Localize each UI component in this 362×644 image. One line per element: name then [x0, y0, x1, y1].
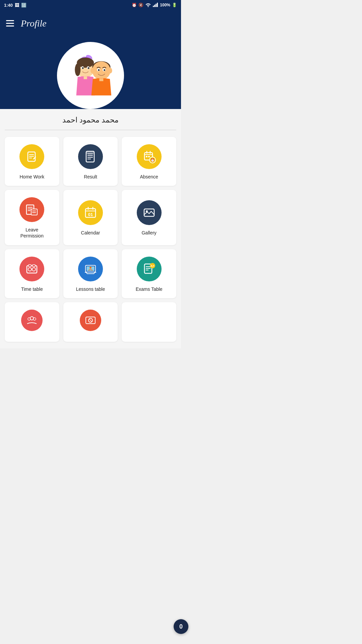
calendar-card[interactable]: 01 Calendar [63, 190, 118, 245]
partial-card-1[interactable] [5, 302, 59, 342]
absence-icon-circle: ⏰ [137, 144, 162, 169]
svg-rect-40 [148, 156, 150, 157]
signal-icon [153, 2, 158, 8]
timetable-icon-circle [19, 257, 44, 281]
time-display: 1:40 [4, 3, 13, 8]
page-title: Profile [21, 18, 47, 29]
exams-card[interactable]: A+ Exams Table [122, 249, 176, 298]
top-section [0, 32, 181, 109]
svg-point-13 [88, 67, 89, 69]
app-header: Profile [0, 10, 181, 32]
homework-icon-circle [19, 144, 44, 169]
leave-permission-label: LeavePermission [20, 227, 44, 239]
partial-icon-2 [80, 310, 101, 331]
svg-rect-39 [146, 156, 147, 157]
timetable-card[interactable]: Time table [5, 249, 59, 298]
lessons-card[interactable]: Lessons table [63, 249, 118, 298]
svg-rect-23 [99, 78, 103, 82]
svg-rect-2 [156, 4, 157, 7]
menu-button[interactable] [6, 20, 14, 26]
gallery-label: Gallery [141, 230, 156, 236]
result-label: Result [84, 174, 97, 180]
status-bar: 1:40 🖼 🔢 ⏰ 🔇 100% 🔋 [0, 0, 181, 10]
partial-card-3[interactable] [122, 302, 176, 342]
svg-rect-14 [84, 76, 87, 79]
svg-rect-47 [31, 209, 37, 215]
svg-point-56 [146, 210, 148, 212]
partial-card-2[interactable] [63, 302, 118, 342]
battery-icon: 🔋 [172, 3, 177, 7]
calendar-icon-circle: 01 [78, 200, 103, 225]
svg-point-58 [28, 268, 32, 271]
lessons-label: Lessons table [76, 286, 105, 292]
absence-label: Absence [140, 174, 158, 180]
exams-icon-circle: A+ [137, 257, 162, 281]
user-name: محمد محمود احمد [5, 116, 176, 124]
gallery-card[interactable]: Gallery [122, 190, 176, 245]
partial-bottom-row [5, 302, 176, 342]
homework-card[interactable]: Home Work [5, 137, 59, 186]
battery-display: 100% [160, 3, 170, 7]
homework-label: Home Work [20, 174, 45, 180]
exams-label: Exams Table [136, 286, 163, 292]
menu-grid: Home Work Result [5, 137, 176, 298]
svg-rect-1 [154, 5, 155, 7]
svg-point-22 [104, 69, 105, 71]
wifi-icon [145, 2, 151, 8]
svg-point-18 [108, 68, 112, 73]
svg-point-16 [92, 61, 110, 79]
leave-permission-card[interactable]: LeavePermission [5, 190, 59, 245]
lessons-icon-circle [78, 257, 103, 281]
alarm-icon: ⏰ [132, 3, 137, 7]
result-card[interactable]: Result [63, 137, 118, 186]
svg-text:⏰: ⏰ [150, 158, 155, 162]
calendar-label: Calendar [81, 230, 100, 236]
divider [5, 130, 176, 130]
leave-icon-circle [19, 197, 44, 222]
partial-icon-1 [21, 310, 43, 331]
result-icon-circle [78, 144, 103, 169]
absence-card[interactable]: ⏰ Absence [122, 137, 176, 186]
sim-icon: 🔢 [21, 3, 26, 8]
svg-point-9 [75, 63, 80, 76]
svg-rect-34 [86, 151, 94, 154]
svg-text:01: 01 [88, 212, 93, 217]
svg-rect-0 [153, 6, 154, 7]
mute-icon: 🔇 [138, 3, 143, 7]
photo-icon: 🖼 [15, 3, 19, 8]
svg-rect-61 [28, 265, 31, 267]
gallery-icon-circle [137, 200, 162, 225]
svg-point-17 [90, 68, 95, 73]
avatar [57, 42, 124, 109]
svg-text:A+: A+ [150, 264, 155, 268]
timetable-label: Time table [21, 286, 43, 292]
content-area: محمد محمود احمد Home Work [0, 109, 181, 348]
svg-rect-3 [157, 3, 158, 7]
svg-point-12 [82, 67, 84, 69]
svg-point-65 [89, 267, 92, 269]
svg-point-21 [98, 69, 100, 71]
svg-rect-62 [33, 265, 35, 267]
svg-point-59 [32, 268, 36, 271]
